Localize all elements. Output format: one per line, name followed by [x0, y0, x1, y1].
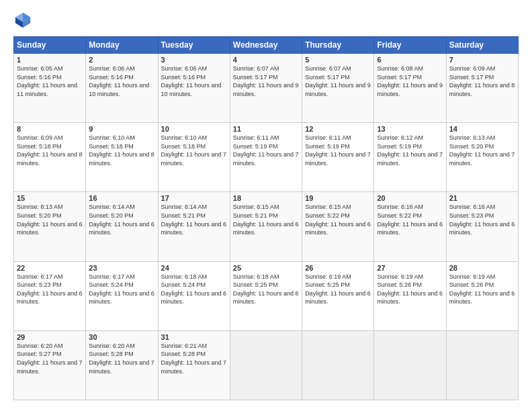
calendar-week-3: 15 Sunrise: 6:13 AMSunset: 5:20 PMDaylig… [14, 192, 519, 261]
day-info: Sunrise: 6:18 AMSunset: 5:25 PMDaylight:… [233, 273, 299, 306]
day-number: 22 [17, 264, 83, 272]
day-number: 28 [449, 264, 515, 272]
day-header-monday: Monday [86, 37, 158, 54]
day-info: Sunrise: 6:06 AMSunset: 5:16 PMDaylight:… [161, 64, 227, 98]
calendar-cell: 5 Sunrise: 6:07 AMSunset: 5:17 PMDayligh… [302, 54, 374, 123]
logo [13, 11, 35, 30]
day-number: 21 [449, 194, 515, 202]
calendar-cell: 30 Sunrise: 6:20 AMSunset: 5:28 PMDaylig… [86, 330, 158, 400]
day-header-friday: Friday [374, 37, 446, 54]
day-number: 20 [377, 194, 443, 202]
day-info: Sunrise: 6:13 AMSunset: 5:20 PMDaylight:… [17, 203, 83, 236]
day-info: Sunrise: 6:21 AMSunset: 5:28 PMDaylight:… [161, 342, 227, 375]
day-info: Sunrise: 6:19 AMSunset: 5:26 PMDaylight:… [377, 273, 443, 306]
day-header-thursday: Thursday [302, 37, 374, 54]
day-info: Sunrise: 6:13 AMSunset: 5:20 PMDaylight:… [449, 134, 515, 167]
day-info: Sunrise: 6:15 AMSunset: 5:22 PMDaylight:… [305, 203, 371, 236]
calendar-cell: 18 Sunrise: 6:15 AMSunset: 5:21 PMDaylig… [230, 192, 302, 261]
day-info: Sunrise: 6:20 AMSunset: 5:28 PMDaylight:… [89, 342, 154, 375]
day-info: Sunrise: 6:15 AMSunset: 5:21 PMDaylight:… [233, 203, 299, 236]
calendar-cell: 10 Sunrise: 6:10 AMSunset: 5:18 PMDaylig… [158, 123, 230, 192]
calendar-cell: 16 Sunrise: 6:14 AMSunset: 5:20 PMDaylig… [86, 192, 158, 261]
calendar-cell: 19 Sunrise: 6:15 AMSunset: 5:22 PMDaylig… [302, 192, 374, 261]
day-number: 27 [377, 264, 443, 272]
calendar-cell: 31 Sunrise: 6:21 AMSunset: 5:28 PMDaylig… [158, 330, 230, 400]
calendar-cell: 27 Sunrise: 6:19 AMSunset: 5:26 PMDaylig… [374, 261, 446, 330]
page: SundayMondayTuesdayWednesdayThursdayFrid… [0, 0, 532, 411]
calendar-cell: 1 Sunrise: 6:05 AMSunset: 5:16 PMDayligh… [14, 54, 86, 123]
day-info: Sunrise: 6:05 AMSunset: 5:16 PMDaylight:… [17, 64, 83, 98]
calendar-cell: 3 Sunrise: 6:06 AMSunset: 5:16 PMDayligh… [158, 54, 230, 123]
day-number: 18 [233, 194, 299, 202]
day-info: Sunrise: 6:14 AMSunset: 5:20 PMDaylight:… [89, 203, 154, 236]
day-number: 24 [161, 264, 227, 272]
calendar-week-2: 8 Sunrise: 6:09 AMSunset: 5:18 PMDayligh… [14, 123, 519, 192]
day-info: Sunrise: 6:09 AMSunset: 5:18 PMDaylight:… [17, 134, 83, 167]
day-info: Sunrise: 6:06 AMSunset: 5:16 PMDaylight:… [89, 64, 154, 98]
calendar-cell: 28 Sunrise: 6:19 AMSunset: 5:26 PMDaylig… [446, 261, 518, 330]
day-info: Sunrise: 6:14 AMSunset: 5:21 PMDaylight:… [161, 203, 227, 236]
calendar-week-4: 22 Sunrise: 6:17 AMSunset: 5:23 PMDaylig… [14, 261, 519, 330]
day-number: 1 [17, 56, 83, 64]
day-info: Sunrise: 6:11 AMSunset: 5:19 PMDaylight:… [233, 134, 299, 167]
day-info: Sunrise: 6:11 AMSunset: 5:19 PMDaylight:… [305, 134, 371, 167]
day-number: 11 [233, 125, 299, 133]
calendar-cell: 4 Sunrise: 6:07 AMSunset: 5:17 PMDayligh… [230, 54, 302, 123]
day-header-tuesday: Tuesday [158, 37, 230, 54]
day-header-wednesday: Wednesday [230, 37, 302, 54]
day-number: 14 [449, 125, 515, 133]
calendar-cell [302, 330, 374, 400]
day-number: 29 [17, 333, 83, 341]
day-number: 5 [305, 56, 371, 64]
day-info: Sunrise: 6:17 AMSunset: 5:24 PMDaylight:… [89, 273, 154, 306]
calendar-cell: 22 Sunrise: 6:17 AMSunset: 5:23 PMDaylig… [14, 261, 86, 330]
calendar-header-row: SundayMondayTuesdayWednesdayThursdayFrid… [14, 37, 519, 54]
day-info: Sunrise: 6:10 AMSunset: 5:18 PMDaylight:… [161, 134, 227, 167]
day-number: 17 [161, 194, 227, 202]
day-number: 8 [17, 125, 83, 133]
calendar-cell: 7 Sunrise: 6:09 AMSunset: 5:17 PMDayligh… [446, 54, 518, 123]
calendar-cell: 14 Sunrise: 6:13 AMSunset: 5:20 PMDaylig… [446, 123, 518, 192]
day-info: Sunrise: 6:19 AMSunset: 5:26 PMDaylight:… [449, 273, 515, 306]
calendar-cell: 23 Sunrise: 6:17 AMSunset: 5:24 PMDaylig… [86, 261, 158, 330]
day-number: 31 [161, 333, 227, 341]
calendar-cell: 24 Sunrise: 6:18 AMSunset: 5:24 PMDaylig… [158, 261, 230, 330]
day-number: 10 [161, 125, 227, 133]
calendar-cell: 2 Sunrise: 6:06 AMSunset: 5:16 PMDayligh… [86, 54, 158, 123]
calendar-week-5: 29 Sunrise: 6:20 AMSunset: 5:27 PMDaylig… [14, 330, 519, 400]
day-number: 7 [449, 56, 515, 64]
day-number: 15 [17, 194, 83, 202]
day-number: 23 [89, 264, 154, 272]
day-info: Sunrise: 6:09 AMSunset: 5:17 PMDaylight:… [449, 64, 515, 98]
day-info: Sunrise: 6:17 AMSunset: 5:23 PMDaylight:… [17, 273, 83, 306]
day-number: 13 [377, 125, 443, 133]
day-number: 12 [305, 125, 371, 133]
header [13, 11, 519, 30]
day-header-sunday: Sunday [14, 37, 86, 54]
day-info: Sunrise: 6:07 AMSunset: 5:17 PMDaylight:… [233, 64, 299, 98]
day-number: 30 [89, 333, 154, 341]
calendar-cell: 11 Sunrise: 6:11 AMSunset: 5:19 PMDaylig… [230, 123, 302, 192]
day-info: Sunrise: 6:07 AMSunset: 5:17 PMDaylight:… [305, 64, 371, 98]
day-info: Sunrise: 6:18 AMSunset: 5:24 PMDaylight:… [161, 273, 227, 306]
day-number: 2 [89, 56, 154, 64]
day-header-saturday: Saturday [446, 37, 518, 54]
day-number: 19 [305, 194, 371, 202]
calendar-cell [446, 330, 518, 400]
day-number: 9 [89, 125, 154, 133]
day-number: 4 [233, 56, 299, 64]
calendar-cell: 12 Sunrise: 6:11 AMSunset: 5:19 PMDaylig… [302, 123, 374, 192]
calendar: SundayMondayTuesdayWednesdayThursdayFrid… [13, 36, 519, 400]
calendar-cell: 13 Sunrise: 6:12 AMSunset: 5:19 PMDaylig… [374, 123, 446, 192]
calendar-cell: 25 Sunrise: 6:18 AMSunset: 5:25 PMDaylig… [230, 261, 302, 330]
calendar-cell: 9 Sunrise: 6:10 AMSunset: 5:18 PMDayligh… [86, 123, 158, 192]
calendar-cell: 15 Sunrise: 6:13 AMSunset: 5:20 PMDaylig… [14, 192, 86, 261]
calendar-cell: 26 Sunrise: 6:19 AMSunset: 5:25 PMDaylig… [302, 261, 374, 330]
calendar-cell: 21 Sunrise: 6:16 AMSunset: 5:23 PMDaylig… [446, 192, 518, 261]
calendar-week-1: 1 Sunrise: 6:05 AMSunset: 5:16 PMDayligh… [14, 54, 519, 123]
calendar-cell: 8 Sunrise: 6:09 AMSunset: 5:18 PMDayligh… [14, 123, 86, 192]
calendar-cell: 20 Sunrise: 6:16 AMSunset: 5:22 PMDaylig… [374, 192, 446, 261]
day-info: Sunrise: 6:12 AMSunset: 5:19 PMDaylight:… [377, 134, 443, 167]
day-info: Sunrise: 6:19 AMSunset: 5:25 PMDaylight:… [305, 273, 371, 306]
calendar-cell: 17 Sunrise: 6:14 AMSunset: 5:21 PMDaylig… [158, 192, 230, 261]
